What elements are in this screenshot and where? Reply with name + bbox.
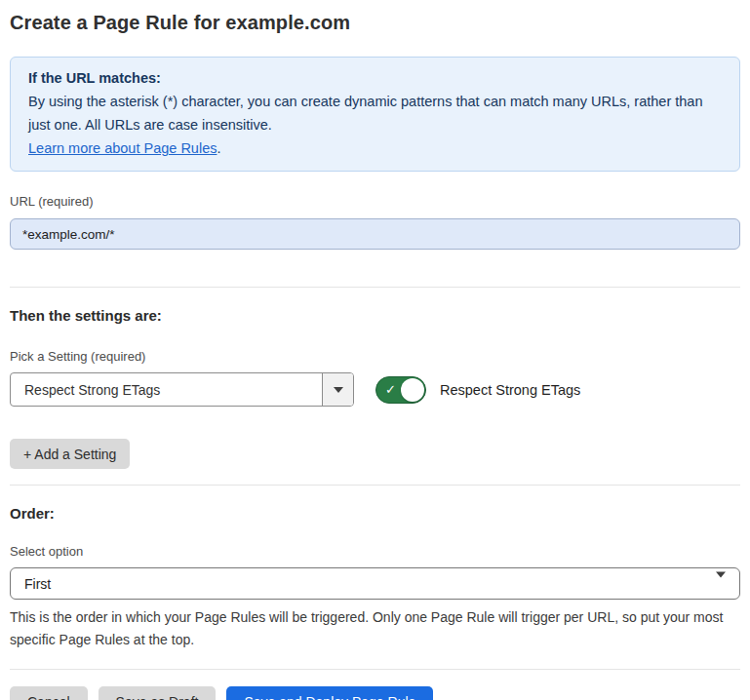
check-icon: ✓ [385,383,396,396]
order-select[interactable]: First [10,567,740,600]
form-actions: Cancel Save as Draft Save and Deploy Pag… [10,686,740,700]
select-caret-icon [716,577,726,593]
link-suffix: . [217,140,220,156]
page-title: Create a Page Rule for example.com [10,12,740,34]
setting-select[interactable]: Respect Strong ETags [10,372,354,407]
info-box-body: By using the asterisk (*) character, you… [28,90,722,136]
add-setting-button[interactable]: + Add a Setting [10,439,130,469]
order-section-heading: Order: [10,505,740,522]
toggle-knob [401,378,424,402]
setting-select-value: Respect Strong ETags [11,373,322,406]
url-match-info-box: If the URL matches: By using the asteris… [10,57,740,172]
learn-more-link[interactable]: Learn more about Page Rules [28,140,217,156]
etags-toggle[interactable]: ✓ [375,376,426,404]
cancel-button[interactable]: Cancel [10,686,88,700]
order-help-text: This is the order in which your Page Rul… [10,606,736,651]
pick-setting-label: Pick a Setting (required) [10,349,740,364]
save-draft-button[interactable]: Save as Draft [99,686,217,700]
url-field-label: URL (required) [10,194,740,209]
setting-row: Respect Strong ETags ✓ Respect Strong ET… [10,372,740,407]
settings-section-heading: Then the settings are: [10,307,740,324]
save-deploy-button[interactable]: Save and Deploy Page Rule [226,686,433,700]
order-select-label: Select option [10,544,740,559]
divider [10,287,740,288]
info-box-heading: If the URL matches: [28,66,722,90]
url-input[interactable] [10,218,740,250]
divider [10,485,740,486]
chevron-down-icon [334,387,343,393]
divider [10,669,740,670]
toggle-label: Respect Strong ETags [440,382,580,398]
info-box-link-line: Learn more about Page Rules. [28,136,722,160]
order-select-value: First [24,576,51,592]
setting-select-arrow-button[interactable] [322,373,353,406]
